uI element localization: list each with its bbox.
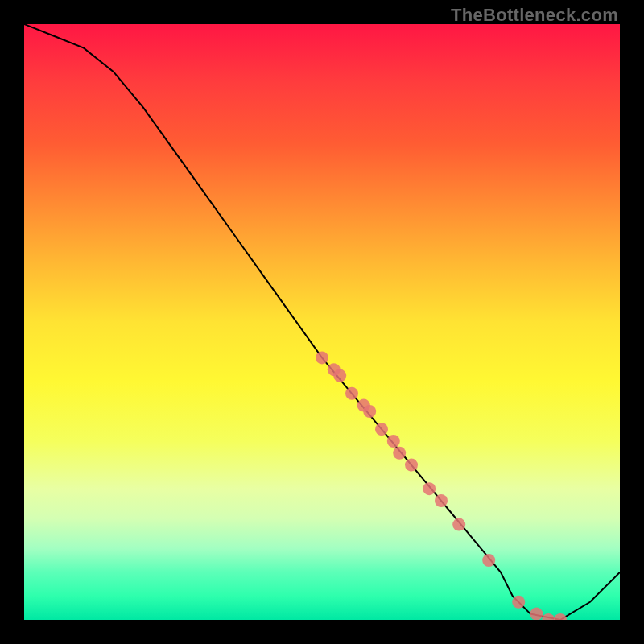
data-marker bbox=[435, 494, 448, 507]
data-marker bbox=[423, 482, 436, 495]
data-marker bbox=[405, 459, 418, 472]
data-marker bbox=[333, 369, 346, 382]
data-marker bbox=[482, 554, 495, 567]
data-marker bbox=[452, 518, 465, 531]
data-marker bbox=[542, 613, 555, 620]
curve-line bbox=[24, 24, 620, 620]
data-marker bbox=[554, 613, 567, 620]
data-marker bbox=[393, 447, 406, 460]
data-markers bbox=[316, 351, 567, 620]
watermark-text: TheBottleneck.com bbox=[451, 5, 618, 26]
data-marker bbox=[345, 387, 358, 400]
data-marker bbox=[375, 423, 388, 436]
data-marker bbox=[363, 405, 376, 418]
data-marker bbox=[512, 596, 525, 609]
data-marker bbox=[387, 435, 400, 448]
chart-overlay bbox=[24, 24, 620, 620]
data-marker bbox=[530, 608, 543, 620]
data-marker bbox=[316, 351, 328, 364]
